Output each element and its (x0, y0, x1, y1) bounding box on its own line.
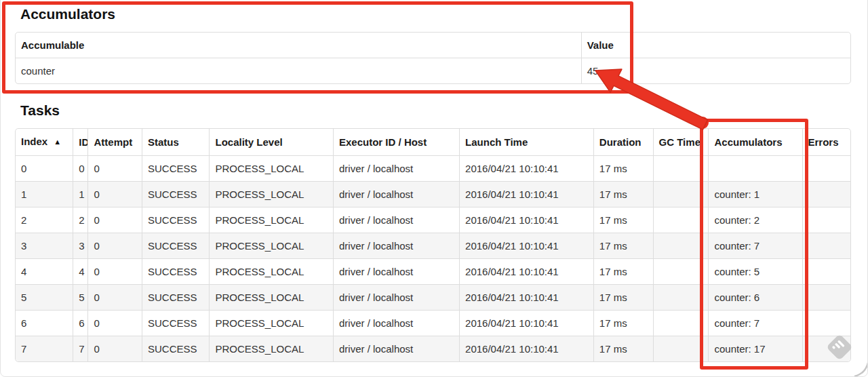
task-row: 4 4 0 SUCCESS PROCESS_LOCAL driver / loc… (16, 258, 850, 284)
task-launch-time-cell: 2016/04/21 10:10:41 (459, 181, 593, 207)
task-executor-cell: driver / localhost (333, 181, 459, 207)
status-column-header[interactable]: Status (142, 129, 209, 156)
accumulators-column-header[interactable]: Accumulators (708, 129, 802, 156)
accumulator-row: counter 45 (16, 58, 850, 83)
task-locality-cell: PROCESS_LOCAL (209, 207, 333, 233)
task-accumulators-cell: counter: 5 (708, 258, 802, 284)
task-locality-cell: PROCESS_LOCAL (209, 156, 333, 181)
attempt-column-header[interactable]: Attempt (87, 129, 142, 156)
task-gc-time-cell (653, 258, 709, 284)
duration-column-header[interactable]: Duration (593, 129, 653, 156)
task-executor-cell: driver / localhost (333, 258, 459, 284)
index-column-header[interactable]: Index▲ (16, 129, 73, 156)
task-executor-cell: driver / localhost (333, 310, 459, 336)
task-attempt-cell: 0 (87, 310, 142, 336)
task-executor-cell: driver / localhost (333, 156, 459, 181)
task-errors-cell (802, 258, 850, 284)
task-errors-cell (802, 156, 850, 181)
task-row: 1 1 0 SUCCESS PROCESS_LOCAL driver / loc… (16, 181, 850, 207)
task-status-cell: SUCCESS (142, 233, 209, 258)
task-gc-time-cell (653, 310, 709, 336)
gc-time-column-header[interactable]: GC Time (653, 129, 709, 156)
task-row: 7 7 0 SUCCESS PROCESS_LOCAL driver / loc… (16, 336, 850, 361)
accumulators-section-title: Accumulators (20, 6, 115, 22)
task-status-cell: SUCCESS (142, 181, 209, 207)
task-executor-cell: driver / localhost (333, 284, 459, 310)
accumulable-name-cell: counter (16, 58, 581, 83)
task-locality-cell: PROCESS_LOCAL (209, 310, 333, 336)
tasks-header-row: Index▲ ID Attempt Status Locality Level … (16, 129, 850, 156)
launch-time-column-header[interactable]: Launch Time (459, 129, 593, 156)
task-accumulators-cell: counter: 2 (708, 207, 802, 233)
task-attempt-cell: 0 (87, 233, 142, 258)
task-gc-time-cell (653, 233, 709, 258)
task-status-cell: SUCCESS (142, 207, 209, 233)
task-row: 3 3 0 SUCCESS PROCESS_LOCAL driver / loc… (16, 233, 850, 258)
task-index-cell: 6 (16, 310, 73, 336)
task-errors-cell (802, 336, 850, 361)
task-launch-time-cell: 2016/04/21 10:10:41 (459, 336, 593, 361)
task-status-cell: SUCCESS (142, 336, 209, 361)
task-id-cell: 7 (73, 336, 87, 361)
task-gc-time-cell (653, 336, 709, 361)
tasks-section-title: Tasks (20, 102, 60, 119)
executor-id-host-column-header[interactable]: Executor ID / Host (333, 129, 459, 156)
task-index-cell: 0 (16, 156, 73, 181)
task-attempt-cell: 0 (87, 258, 142, 284)
task-launch-time-cell: 2016/04/21 10:10:41 (459, 156, 593, 181)
task-row: 0 0 0 SUCCESS PROCESS_LOCAL driver / loc… (16, 156, 850, 181)
locality-level-column-header[interactable]: Locality Level (209, 129, 333, 156)
task-gc-time-cell (653, 181, 709, 207)
task-index-cell: 2 (16, 207, 73, 233)
task-duration-cell: 17 ms (593, 336, 653, 361)
errors-column-header[interactable]: Errors (802, 129, 850, 156)
task-launch-time-cell: 2016/04/21 10:10:41 (459, 284, 593, 310)
accumulators-table: Accumulable Value counter 45 (15, 32, 851, 84)
task-launch-time-cell: 2016/04/21 10:10:41 (459, 310, 593, 336)
task-attempt-cell: 0 (87, 181, 142, 207)
task-locality-cell: PROCESS_LOCAL (209, 258, 333, 284)
task-id-cell: 0 (73, 156, 87, 181)
task-duration-cell: 17 ms (593, 233, 653, 258)
task-index-cell: 3 (16, 233, 73, 258)
task-id-cell: 4 (73, 258, 87, 284)
task-errors-cell (802, 284, 850, 310)
tasks-table-body: 0 0 0 SUCCESS PROCESS_LOCAL driver / loc… (16, 156, 850, 361)
tasks-table: Index▲ ID Attempt Status Locality Level … (15, 128, 851, 362)
index-header-label: Index (21, 136, 47, 147)
task-index-cell: 1 (16, 181, 73, 207)
id-column-header[interactable]: ID (73, 129, 87, 156)
task-locality-cell: PROCESS_LOCAL (209, 284, 333, 310)
task-attempt-cell: 0 (87, 284, 142, 310)
task-accumulators-cell: counter: 17 (708, 336, 802, 361)
task-status-cell: SUCCESS (142, 156, 209, 181)
accumulators-header-row: Accumulable Value (16, 33, 850, 58)
task-duration-cell: 17 ms (593, 284, 653, 310)
task-executor-cell: driver / localhost (333, 207, 459, 233)
task-locality-cell: PROCESS_LOCAL (209, 336, 333, 361)
task-duration-cell: 17 ms (593, 156, 653, 181)
task-id-cell: 3 (73, 233, 87, 258)
task-index-cell: 4 (16, 258, 73, 284)
task-executor-cell: driver / localhost (333, 336, 459, 361)
task-accumulators-cell: counter: 6 (708, 284, 802, 310)
value-column-header: Value (581, 33, 850, 58)
task-row: 6 6 0 SUCCESS PROCESS_LOCAL driver / loc… (16, 310, 850, 336)
task-status-cell: SUCCESS (142, 310, 209, 336)
task-id-cell: 1 (73, 181, 87, 207)
task-id-cell: 5 (73, 284, 87, 310)
task-status-cell: SUCCESS (142, 284, 209, 310)
task-launch-time-cell: 2016/04/21 10:10:41 (459, 233, 593, 258)
task-index-cell: 5 (16, 284, 73, 310)
task-gc-time-cell (653, 284, 709, 310)
task-duration-cell: 17 ms (593, 207, 653, 233)
task-accumulators-cell: counter: 1 (708, 181, 802, 207)
task-accumulators-cell: counter: 7 (708, 310, 802, 336)
task-errors-cell (802, 207, 850, 233)
accumulable-column-header: Accumulable (16, 33, 581, 58)
accumulable-value-cell: 45 (581, 58, 850, 83)
task-row: 2 2 0 SUCCESS PROCESS_LOCAL driver / loc… (16, 207, 850, 233)
task-row: 5 5 0 SUCCESS PROCESS_LOCAL driver / loc… (16, 284, 850, 310)
task-attempt-cell: 0 (87, 156, 142, 181)
task-locality-cell: PROCESS_LOCAL (209, 181, 333, 207)
